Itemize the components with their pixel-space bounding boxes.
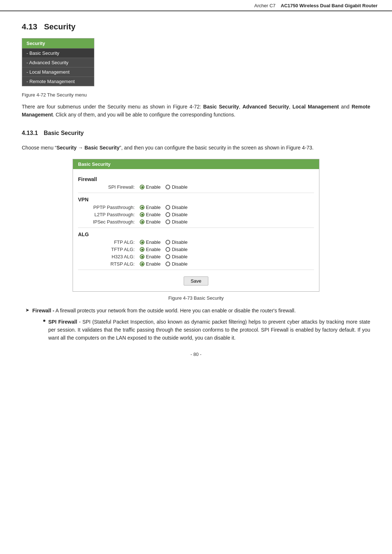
rtsp-label: RTSP ALG: (82, 261, 140, 267)
spi-firewall-row: SPI Firewall: Enable Disable (78, 184, 314, 190)
arrow-icon: ➤ (25, 307, 29, 313)
h323-enable-radio[interactable] (140, 254, 144, 259)
l2tp-enable-option[interactable]: Enable (140, 212, 160, 217)
page-number: - 80 - (22, 352, 370, 357)
pptp-disable-radio[interactable] (166, 205, 170, 210)
ftp-label: FTP ALG: (82, 239, 140, 245)
tftp-row: TFTP ALG: Enable Disable (78, 247, 314, 252)
l2tp-disable-option[interactable]: Disable (166, 212, 187, 217)
nav-menu-item-remote-management[interactable]: - Remote Management (22, 77, 94, 86)
ipsec-disable-radio[interactable] (166, 219, 170, 224)
ftp-enable-radio[interactable] (140, 240, 144, 245)
h323-disable-label: Disable (172, 254, 187, 259)
spi-enable-radio[interactable] (140, 185, 144, 189)
ftp-enable-option[interactable]: Enable (140, 239, 160, 245)
tftp-enable-label: Enable (146, 247, 160, 252)
choose-arrow: → (78, 145, 83, 151)
choose-text-pre: Choose menu “ (22, 145, 57, 151)
choose-menu-text: Choose menu “Security → Basic Security”,… (22, 144, 370, 152)
ipsec-label: IPSec Passthrough: (82, 219, 140, 225)
choose-bold-basic: Basic Security (85, 145, 120, 151)
pptp-disable-option[interactable]: Disable (166, 205, 187, 210)
nav-menu: Security - Basic Security - Advanced Sec… (22, 38, 94, 86)
intro-text-2: , (239, 104, 242, 110)
device-name: Archer C7 (254, 3, 276, 8)
intro-bold-advanced: Advanced Security (242, 104, 289, 110)
intro-paragraph: There are four submenus under the Securi… (22, 103, 370, 119)
nav-menu-item-advanced-security[interactable]: - Advanced Security (22, 58, 94, 67)
intro-bold-basic: Basic Security (203, 104, 239, 110)
l2tp-enable-label: Enable (146, 212, 160, 217)
firewall-label: Firewall (78, 176, 314, 182)
spi-subbullet: SPI Firewall - SPI (Stateful Packet Insp… (32, 318, 370, 342)
basic-security-header: Basic Security (73, 159, 319, 169)
tftp-radio-group: Enable Disable (140, 247, 188, 252)
rtsp-enable-radio[interactable] (140, 262, 144, 266)
ipsec-enable-radio[interactable] (140, 219, 144, 224)
choose-bold-security: Security (57, 145, 77, 151)
l2tp-disable-radio[interactable] (166, 212, 170, 217)
tftp-enable-option[interactable]: Enable (140, 247, 160, 252)
ipsec-enable-label: Enable (146, 219, 160, 225)
bullet-section: ➤ Firewall - A firewall protects your ne… (22, 307, 370, 344)
save-button[interactable]: Save (184, 276, 208, 286)
pptp-row: PPTP Passthrough: Enable Disable (78, 205, 314, 210)
divider-2 (78, 227, 314, 228)
h323-row: H323 ALG: Enable Disable (78, 254, 314, 259)
spi-disable-radio[interactable] (166, 185, 170, 189)
rtsp-disable-label: Disable (172, 261, 187, 267)
pptp-enable-option[interactable]: Enable (140, 205, 160, 210)
figure72-caption: Figure 4-72 The Security menu (22, 92, 370, 98)
ipsec-radio-group: Enable Disable (140, 219, 188, 225)
header-bar: Archer C7 AC1750 Wireless Dual Band Giga… (0, 0, 392, 11)
h323-disable-option[interactable]: Disable (166, 254, 187, 259)
ipsec-disable-option[interactable]: Disable (166, 219, 187, 225)
rtsp-disable-option[interactable]: Disable (166, 261, 187, 267)
pptp-label: PPTP Passthrough: (82, 205, 140, 210)
h323-label: H323 ALG: (82, 254, 140, 259)
rtsp-enable-label: Enable (146, 261, 160, 267)
ipsec-enable-option[interactable]: Enable (140, 219, 160, 225)
tftp-disable-radio[interactable] (166, 247, 170, 252)
basic-security-body: Firewall SPI Firewall: Enable Disable VP… (73, 169, 319, 291)
section-number: 4.13 (22, 22, 37, 31)
l2tp-label: L2TP Passthrough: (82, 212, 140, 217)
l2tp-enable-radio[interactable] (140, 212, 144, 217)
save-row: Save (78, 273, 314, 288)
nav-menu-header: Security (22, 38, 94, 48)
tftp-disable-option[interactable]: Disable (166, 247, 187, 252)
divider-1 (78, 193, 314, 193)
spi-enable-option[interactable]: Enable (140, 184, 160, 190)
vpn-label: VPN (78, 197, 314, 202)
rtsp-disable-radio[interactable] (166, 262, 170, 266)
h323-enable-option[interactable]: Enable (140, 254, 160, 259)
pptp-enable-radio[interactable] (140, 205, 144, 210)
choose-text-post: ”, and then you can configure the basic … (119, 145, 314, 151)
subsection-title: Basic Security (44, 130, 83, 136)
spi-disable-option[interactable]: Disable (166, 184, 187, 190)
ipsec-row: IPSec Passthrough: Enable Disable (78, 219, 314, 225)
ipsec-disable-label: Disable (172, 219, 187, 225)
nav-menu-item-basic-security[interactable]: - Basic Security (22, 48, 94, 58)
l2tp-disable-label: Disable (172, 212, 187, 217)
rtsp-enable-option[interactable]: Enable (140, 261, 160, 267)
h323-disable-radio[interactable] (166, 254, 170, 259)
ftp-radio-group: Enable Disable (140, 239, 188, 245)
dot-icon (43, 320, 45, 322)
spi-enable-label: Enable (146, 184, 160, 190)
tftp-enable-radio[interactable] (140, 247, 144, 252)
intro-text-3: , (289, 104, 293, 110)
ftp-disable-label: Disable (172, 239, 187, 245)
nav-menu-item-local-management[interactable]: - Local Management (22, 67, 94, 77)
ftp-disable-option[interactable]: Disable (166, 239, 187, 245)
tftp-disable-label: Disable (172, 247, 187, 252)
ftp-disable-radio[interactable] (166, 240, 170, 245)
firewall-bullet: ➤ Firewall - A firewall protects your ne… (22, 307, 370, 344)
intro-bold-local: Local Management (293, 104, 339, 110)
product-name: AC1750 Wireless Dual Band Gigabit Router (281, 3, 377, 8)
firewall-bold: Firewall - (32, 308, 54, 313)
section-heading: Security (44, 22, 75, 31)
section-title: 4.13 Security (22, 22, 370, 32)
alg-label: ALG (78, 231, 314, 237)
main-content: 4.13 Security Security - Basic Security … (0, 11, 392, 372)
